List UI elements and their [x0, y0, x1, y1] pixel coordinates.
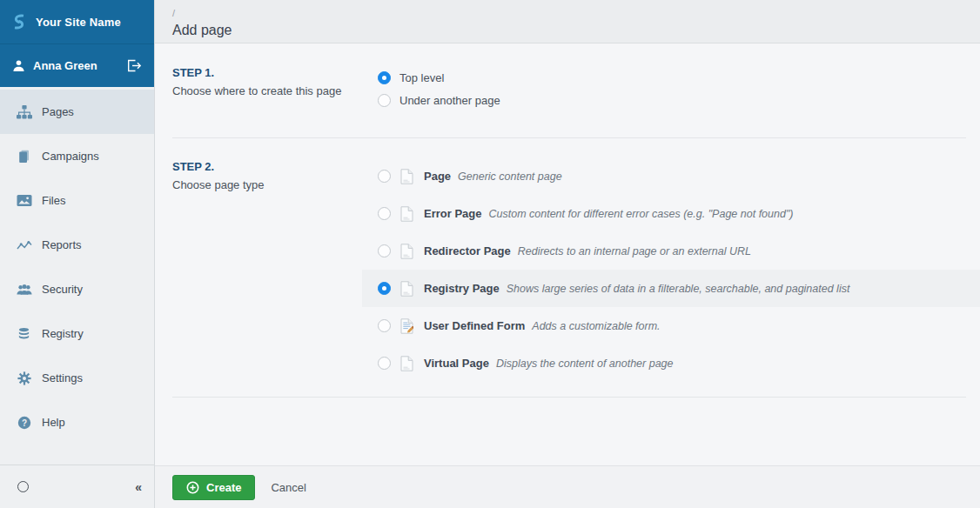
page-type-option-user-defined-form[interactable]: User Defined Form Adds a customizable fo… — [362, 307, 980, 344]
page-icon — [400, 281, 413, 297]
sidebar-item-label: Reports — [42, 238, 82, 251]
collapse-sidebar-button[interactable]: « — [131, 478, 145, 496]
help-icon: ? — [16, 416, 32, 430]
radio-button[interactable] — [378, 71, 391, 84]
logout-icon[interactable] — [127, 59, 142, 72]
sidebar-item-label: Security — [42, 283, 83, 296]
page-type-option-registry-page[interactable]: Registry Page Shows large series of data… — [362, 270, 980, 307]
page-type-label: Registry Page — [424, 282, 500, 295]
content: STEP 1. Choose where to create this page… — [155, 43, 980, 465]
app-window: Your Site Name Anna Green — [0, 0, 980, 508]
page-icon — [400, 169, 413, 184]
sidebar-item-settings[interactable]: Settings — [0, 356, 154, 400]
page-type-description: Custom content for different error cases… — [488, 208, 793, 220]
sidebar-item-campaigns[interactable]: Campaigns — [0, 134, 154, 178]
radio-option-under-another-page[interactable]: Under another page — [362, 89, 980, 111]
step2-section: STEP 2. Choose page type Pag — [155, 138, 980, 382]
sidebar-item-security[interactable]: Security — [0, 267, 154, 311]
form-icon — [400, 318, 413, 334]
page-icon — [400, 206, 413, 222]
page-header: / Add page — [155, 0, 980, 43]
create-button[interactable]: Create — [172, 475, 255, 500]
brand-header: Your Site Name — [0, 0, 154, 43]
page-type-label: Error Page — [424, 207, 481, 220]
plus-icon — [186, 481, 199, 494]
radio-option-top-level[interactable]: Top level — [362, 66, 980, 89]
sidebar-item-label: Registry — [42, 327, 84, 340]
page-icon — [400, 356, 413, 371]
radio-button[interactable] — [378, 170, 391, 183]
sidebar-item-reports[interactable]: Reports — [0, 223, 154, 267]
svg-text:?: ? — [21, 418, 26, 427]
sidebar-item-files[interactable]: Files — [0, 178, 154, 223]
step1-section: STEP 1. Choose where to create this page… — [155, 43, 980, 137]
step2-options: Page Generic content page Error P — [362, 138, 980, 382]
page-type-description: Adds a customizable form. — [532, 320, 660, 332]
sidebar-item-label: Help — [42, 416, 65, 429]
cancel-button[interactable]: Cancel — [271, 481, 305, 494]
user-icon — [12, 59, 25, 72]
sidebar-footer: « — [0, 465, 154, 508]
page-type-description: Redirects to an internal page or an exte… — [518, 245, 751, 257]
site-logo-icon — [10, 13, 28, 30]
main-area: / Add page STEP 1. Choose where to creat… — [155, 0, 980, 508]
step2-label: STEP 2. Choose page type — [155, 160, 362, 191]
sidebar-nav: Pages Campaigns — [0, 87, 154, 465]
radio-button[interactable] — [378, 319, 391, 332]
actions-bar: Create Cancel — [155, 465, 980, 508]
page-type-label: Page — [424, 170, 451, 183]
database-icon — [16, 327, 32, 341]
page-type-option-page[interactable]: Page Generic content page — [362, 157, 980, 195]
page-type-label: Redirector Page — [424, 244, 511, 257]
step2-title: STEP 2. — [172, 160, 362, 173]
sidebar-item-label: Campaigns — [42, 150, 99, 163]
radio-button[interactable] — [378, 282, 391, 295]
gear-icon — [16, 371, 32, 385]
radio-button[interactable] — [378, 357, 391, 370]
sidebar-item-pages[interactable]: Pages — [0, 90, 154, 134]
page-type-label: Virtual Page — [424, 357, 489, 370]
step2-subtitle: Choose page type — [172, 178, 362, 191]
page-type-description: Displays the content of another page — [496, 358, 674, 370]
sidebar-item-label: Settings — [42, 371, 83, 384]
chart-icon — [16, 239, 32, 251]
radio-button[interactable] — [378, 244, 391, 257]
image-icon — [16, 194, 32, 207]
sidebar-item-label: Files — [42, 194, 65, 207]
status-indicator-icon — [17, 481, 29, 492]
step1-subtitle: Choose where to create this page — [172, 84, 362, 97]
radio-label: Under another page — [399, 94, 500, 107]
user-name: Anna Green — [33, 59, 97, 72]
users-icon — [16, 284, 32, 296]
section-divider — [172, 397, 966, 398]
create-button-label: Create — [206, 481, 241, 494]
page-type-option-virtual-page[interactable]: Virtual Page Displays the content of ano… — [362, 344, 980, 382]
page-title: Add page — [172, 23, 980, 38]
page-type-description: Shows large series of data in a filterab… — [507, 283, 850, 295]
page-type-option-redirector-page[interactable]: Redirector Page Redirects to an internal… — [362, 232, 980, 270]
sidebar: Your Site Name Anna Green — [0, 0, 155, 508]
step1-title: STEP 1. — [172, 66, 362, 79]
radio-button[interactable] — [378, 94, 391, 107]
step1-label: STEP 1. Choose where to create this page — [155, 66, 362, 97]
page-icon — [400, 244, 413, 259]
documents-icon — [16, 150, 32, 164]
sidebar-item-registry[interactable]: Registry — [0, 311, 154, 356]
sidebar-item-help[interactable]: ? Help — [0, 400, 154, 444]
radio-label: Top level — [399, 71, 444, 84]
user-row: Anna Green — [0, 43, 154, 87]
step1-options: Top level Under another page — [362, 66, 980, 111]
page-type-label: User Defined Form — [424, 319, 525, 332]
page-type-option-error-page[interactable]: Error Page Custom content for different … — [362, 195, 980, 232]
sidebar-item-label: Pages — [42, 105, 74, 118]
sitemap-icon — [16, 105, 32, 119]
page-type-description: Generic content page — [458, 170, 562, 183]
breadcrumb[interactable]: / — [172, 8, 175, 18]
radio-button[interactable] — [378, 207, 391, 220]
site-name: Your Site Name — [36, 16, 121, 29]
